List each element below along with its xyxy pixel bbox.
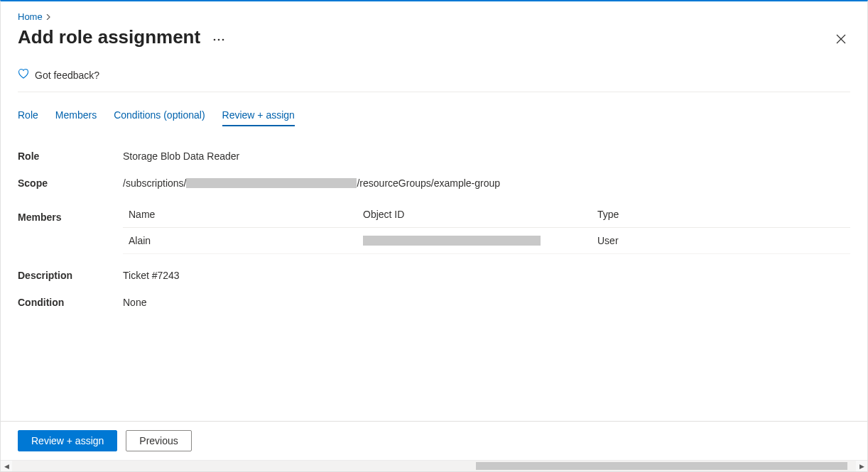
- members-header-row: Name Object ID Type: [123, 202, 850, 228]
- more-menu-icon[interactable]: [213, 33, 224, 43]
- tab-review-assign[interactable]: Review + assign: [222, 109, 295, 126]
- scope-prefix: /subscriptions/: [123, 177, 186, 189]
- label-role: Role: [18, 150, 123, 162]
- row-role: Role Storage Blob Data Reader: [18, 150, 850, 162]
- header-name: Name: [129, 209, 363, 220]
- row-scope: Scope /subscriptions/ /resourceGroups/ex…: [18, 177, 850, 189]
- svg-point-2: [222, 38, 224, 40]
- cell-object-id: [363, 235, 597, 246]
- tab-conditions[interactable]: Conditions (optional): [114, 109, 205, 126]
- row-description: Description Ticket #7243: [18, 270, 850, 281]
- heart-icon: [18, 68, 29, 82]
- members-table: Name Object ID Type Alain User: [123, 202, 850, 254]
- scroll-thumb[interactable]: [476, 462, 847, 470]
- scroll-right-arrow-icon[interactable]: ▶: [856, 461, 867, 471]
- value-scope: /subscriptions/ /resourceGroups/example-…: [123, 177, 850, 189]
- previous-button[interactable]: Previous: [126, 430, 191, 451]
- cell-type: User: [597, 235, 845, 246]
- breadcrumb: Home: [18, 1, 850, 22]
- review-details: Role Storage Blob Data Reader Scope /sub…: [18, 150, 850, 308]
- redacted-object-id: [363, 236, 541, 246]
- breadcrumb-home-link[interactable]: Home: [18, 11, 43, 22]
- feedback-label: Got feedback?: [35, 70, 99, 81]
- value-description: Ticket #7243: [123, 270, 850, 281]
- horizontal-scrollbar[interactable]: ◀ ▶: [1, 460, 867, 471]
- tab-role[interactable]: Role: [18, 109, 38, 126]
- header-object-id: Object ID: [363, 209, 597, 220]
- scroll-track[interactable]: [12, 461, 856, 471]
- value-condition: None: [123, 297, 850, 308]
- label-condition: Condition: [18, 297, 123, 308]
- label-description: Description: [18, 270, 123, 281]
- page-frame: Home Add role assignment Got feedback? R…: [0, 0, 868, 472]
- scope-suffix: /resourceGroups/example-group: [357, 177, 500, 189]
- redacted-subscription-id: [186, 178, 357, 188]
- close-icon[interactable]: [836, 34, 846, 46]
- row-condition: Condition None: [18, 297, 850, 308]
- chevron-right-icon: [45, 12, 51, 22]
- label-members: Members: [18, 204, 123, 223]
- row-members: Members Name Object ID Type Alain User: [18, 204, 850, 254]
- table-row: Alain User: [123, 228, 850, 254]
- scroll-left-arrow-icon[interactable]: ◀: [1, 461, 12, 471]
- svg-point-0: [214, 38, 216, 40]
- label-scope: Scope: [18, 177, 123, 189]
- value-role: Storage Blob Data Reader: [123, 150, 850, 162]
- title-row: Add role assignment: [18, 26, 850, 48]
- tab-bar: Role Members Conditions (optional) Revie…: [18, 109, 850, 126]
- cell-name: Alain: [129, 235, 363, 246]
- footer-action-bar: Review + assign Previous: [1, 421, 867, 460]
- review-assign-button[interactable]: Review + assign: [18, 430, 117, 451]
- page-title: Add role assignment: [18, 26, 200, 48]
- tab-members[interactable]: Members: [55, 109, 97, 126]
- header-type: Type: [597, 209, 845, 220]
- svg-point-1: [218, 38, 220, 40]
- feedback-link[interactable]: Got feedback?: [18, 68, 850, 92]
- content-area: Home Add role assignment Got feedback? R…: [1, 1, 867, 421]
